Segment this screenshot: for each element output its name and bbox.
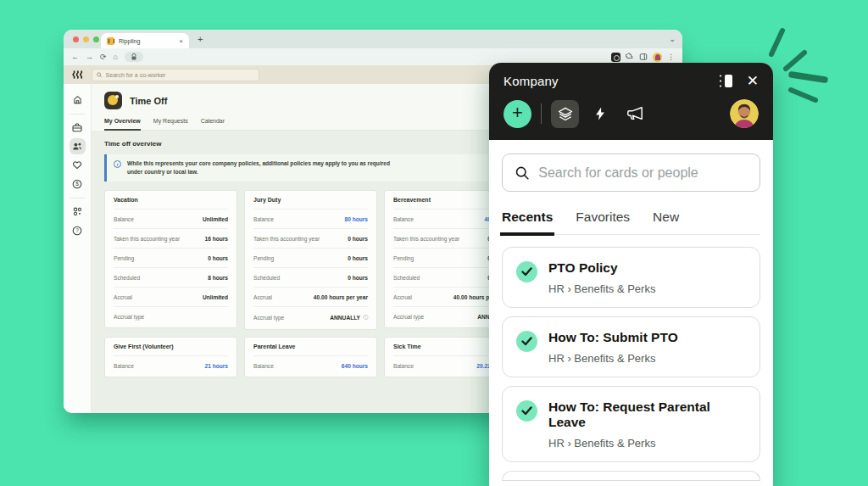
policy-row: Balance80 hours xyxy=(253,209,368,228)
search-icon xyxy=(515,165,529,181)
extensions-puzzle-icon[interactable] xyxy=(626,53,634,61)
kompany-search-input[interactable] xyxy=(538,165,747,181)
card-breadcrumb: HR › Benefits & Perks xyxy=(548,282,655,295)
policy-row: AccrualUnlimited xyxy=(114,287,228,306)
card-breadcrumb: HR › Benefits & Perks xyxy=(548,352,678,365)
quick-actions-button[interactable] xyxy=(586,100,614,128)
cards-tool-button[interactable] xyxy=(551,100,579,128)
sidebar-item-benefits[interactable] xyxy=(70,157,86,173)
window-controls xyxy=(73,36,99,42)
sidebar-item-pay[interactable]: $ xyxy=(70,176,86,192)
coworker-search-field[interactable] xyxy=(92,69,259,81)
add-card-button[interactable]: + xyxy=(504,100,531,128)
tab-calendar[interactable]: Calendar xyxy=(201,118,225,130)
zoom-window-button[interactable] xyxy=(93,36,99,42)
rippling-sidebar: $ ? xyxy=(64,84,92,413)
tab-my-overview[interactable]: My Overview xyxy=(104,118,141,131)
svg-text:?: ? xyxy=(75,227,79,233)
check-icon xyxy=(516,331,537,352)
sidebar-item-apps[interactable] xyxy=(70,204,86,220)
card-title: PTO Policy xyxy=(548,260,655,276)
address-bar[interactable] xyxy=(125,52,143,62)
policy-row: Scheduled0 hours xyxy=(253,267,368,287)
balance-link[interactable]: 80 hours xyxy=(345,216,368,222)
tab-my-requests[interactable]: My Requests xyxy=(153,118,188,130)
browser-tab[interactable]: Rippling × xyxy=(101,33,189,48)
kompany-extension-icon[interactable] xyxy=(611,53,620,62)
tab-recents[interactable]: Recents xyxy=(502,209,553,234)
rippling-favicon xyxy=(107,37,114,45)
card-title: How To: Submit PTO xyxy=(548,330,678,345)
help-icon: ? xyxy=(72,226,82,236)
chevron-down-icon[interactable]: ⌄ xyxy=(669,35,676,43)
kompany-search-field[interactable] xyxy=(502,154,760,192)
lightning-icon xyxy=(593,105,608,122)
list-card-pto-policy[interactable]: PTO Policy HR › Benefits & Perks xyxy=(502,247,760,308)
home-icon xyxy=(73,95,82,104)
coworker-search-input[interactable] xyxy=(106,72,254,78)
tab-close-icon[interactable]: × xyxy=(179,37,183,45)
layers-icon xyxy=(557,105,574,122)
user-avatar[interactable] xyxy=(730,99,759,128)
lock-icon xyxy=(131,53,136,60)
info-icon: i xyxy=(114,160,121,168)
policy-row: Pending0 hours xyxy=(253,248,368,267)
list-card-request-parental-leave[interactable]: How To: Request Parental Leave HR › Bene… xyxy=(502,386,760,462)
sidebar-item-help[interactable]: ? xyxy=(70,222,86,238)
tab-favorites[interactable]: Favorites xyxy=(576,209,630,234)
browser-menu-kebab-icon[interactable]: ⋮ xyxy=(667,53,675,61)
tab-new[interactable]: New xyxy=(653,209,679,234)
policy-title: Jury Duty xyxy=(253,197,368,209)
kompany-tabs: Recents Favorites New xyxy=(502,209,760,235)
people-icon xyxy=(72,142,82,151)
policy-row: Accrual40.00 hours per year xyxy=(253,287,368,306)
megaphone-icon xyxy=(626,105,644,122)
balance-link[interactable]: 640 hours xyxy=(342,363,368,369)
policy-row: Accrual typeANNUALLYⓘ xyxy=(253,306,368,327)
policy-card-vacation: Vacation BalanceUnlimited Taken this acc… xyxy=(104,190,237,328)
browser-profile-avatar[interactable] xyxy=(653,53,662,62)
side-panel-icon[interactable] xyxy=(639,53,648,61)
policy-row: Taken this accounting year0 hours xyxy=(253,228,368,248)
close-window-button[interactable] xyxy=(73,36,79,42)
svg-text:$: $ xyxy=(75,181,79,187)
list-card-partial[interactable] xyxy=(502,471,760,481)
sidebar-item-inbox[interactable] xyxy=(70,120,86,136)
briefcase-icon xyxy=(72,123,82,132)
minimize-window-button[interactable] xyxy=(83,36,89,42)
home-button[interactable]: ⌂ xyxy=(114,53,118,61)
policy-card-jury-duty: Jury Duty Balance80 hours Taken this acc… xyxy=(244,190,377,330)
policy-row: Balance640 hours xyxy=(253,355,368,375)
reload-button[interactable]: ⟳ xyxy=(100,53,107,61)
check-icon xyxy=(516,400,537,422)
page-title: Time Off xyxy=(130,96,167,106)
sidebar-item-home[interactable] xyxy=(70,92,86,108)
forward-button[interactable]: → xyxy=(86,53,93,61)
policy-title: Give First (Volunteer) xyxy=(114,344,228,355)
policy-row: Balance21 hours xyxy=(114,355,228,375)
kompany-header: Kompany ✕ + xyxy=(489,63,773,140)
list-card-submit-pto[interactable]: How To: Submit PTO HR › Benefits & Perks xyxy=(502,316,760,377)
toolbar-right: ⋮ xyxy=(611,53,675,62)
rippling-logo[interactable] xyxy=(64,70,92,80)
burst-decoration xyxy=(757,24,859,117)
card-breadcrumb: HR › Benefits & Perks xyxy=(548,437,746,450)
apps-grid-icon xyxy=(73,207,82,216)
announcements-button[interactable] xyxy=(620,100,648,128)
balance-link[interactable]: 21 hours xyxy=(205,363,228,369)
kompany-title: Kompany xyxy=(504,74,559,88)
sidebar-divider xyxy=(70,114,85,115)
policy-card-parental-leave: Parental Leave Balance640 hours xyxy=(244,337,377,377)
search-icon xyxy=(97,72,103,78)
timeoff-app-icon xyxy=(104,92,122,109)
kompany-actions: + xyxy=(504,99,759,128)
divider xyxy=(541,103,542,124)
sidebar-item-people[interactable] xyxy=(70,138,86,154)
new-tab-button[interactable]: + xyxy=(198,34,203,44)
info-icon[interactable]: ⓘ xyxy=(363,314,368,321)
kompany-panel: Kompany ✕ + xyxy=(489,63,773,486)
back-button[interactable]: ← xyxy=(71,53,79,61)
policy-card-give-first: Give First (Volunteer) Balance21 hours xyxy=(104,337,237,377)
policy-row: BalanceUnlimited xyxy=(114,209,228,228)
dock-panel-icon[interactable] xyxy=(719,74,735,88)
